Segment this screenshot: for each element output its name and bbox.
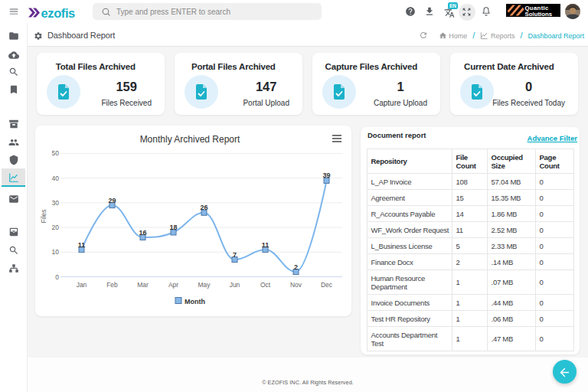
- svg-text:11: 11: [78, 241, 86, 249]
- svg-text:Monthly Archived Report: Monthly Archived Report: [140, 134, 240, 145]
- svg-text:Feb: Feb: [106, 281, 118, 289]
- svg-text:18: 18: [169, 224, 177, 231]
- svg-text:Solutions: Solutions: [525, 11, 553, 17]
- svg-text:26: 26: [200, 204, 207, 211]
- svg-text:40: 40: [52, 175, 60, 182]
- svg-text:Apr: Apr: [168, 281, 178, 289]
- svg-text:0: 0: [55, 273, 59, 281]
- svg-text:2: 2: [294, 263, 298, 271]
- svg-text:7: 7: [233, 251, 237, 259]
- svg-text:50: 50: [52, 149, 60, 157]
- svg-text:Jan: Jan: [77, 281, 87, 289]
- svg-text:Month: Month: [185, 298, 205, 305]
- svg-text:ezofis: ezofis: [41, 6, 76, 20]
- svg-text:May: May: [198, 281, 211, 289]
- svg-text:Oct: Oct: [260, 281, 271, 289]
- svg-text:10: 10: [52, 248, 60, 256]
- svg-text:20: 20: [52, 224, 60, 231]
- svg-text:30: 30: [52, 199, 60, 207]
- svg-text:Files: Files: [40, 210, 47, 224]
- svg-text:39: 39: [322, 172, 330, 179]
- svg-text:29: 29: [108, 197, 116, 204]
- svg-text:11: 11: [262, 241, 270, 249]
- svg-text:16: 16: [139, 229, 146, 237]
- svg-text:Nov: Nov: [290, 281, 302, 289]
- svg-text:Jun: Jun: [230, 281, 240, 289]
- svg-text:Dec: Dec: [321, 281, 333, 289]
- svg-text:Mar: Mar: [137, 281, 149, 289]
